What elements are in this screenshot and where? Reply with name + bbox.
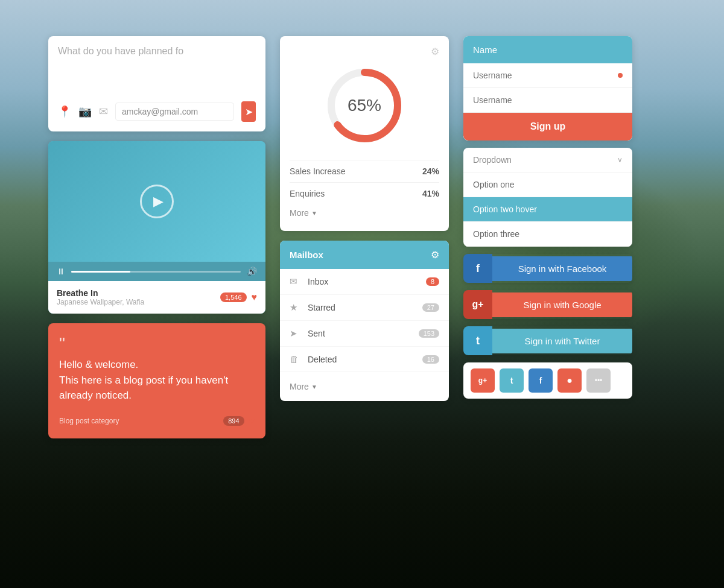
progress-fill	[71, 271, 130, 273]
play-icon: ▶	[153, 194, 164, 209]
donut-wrapper: 65%	[322, 63, 407, 148]
mailbox: Mailbox ⚙ ✉ Inbox 8 ★ Starred 27 ➤ Sent …	[280, 241, 449, 401]
twitter-icon: t	[463, 326, 492, 355]
deleted-label: Deleted	[308, 355, 416, 364]
inbox-icon: ✉	[290, 276, 302, 287]
blog-category: Blog post category	[59, 417, 119, 425]
video-controls: ⏸ 🔊	[48, 262, 265, 281]
progress-bar[interactable]	[71, 271, 241, 273]
name-button[interactable]: Name	[463, 36, 632, 63]
mail-item-sent[interactable]: ➤ Sent 153	[280, 321, 449, 347]
stat-value-2: 41%	[422, 189, 439, 198]
form-card: Name Sign up	[463, 36, 632, 141]
twitter-signin-button[interactable]: t Sign in with Twitter	[463, 326, 632, 355]
chart-card: ⚙ 65% Sales Increase 24% Enquiries 41%	[280, 36, 449, 231]
volume-icon[interactable]: 🔊	[247, 267, 257, 276]
send-button[interactable]: ➤	[241, 101, 256, 122]
google-signin-button[interactable]: g+ Sign in with Google	[463, 290, 632, 319]
small-twitter-icon: t	[510, 376, 513, 385]
small-social-buttons: g+ t f ● •••	[463, 362, 632, 399]
username-input-1[interactable]	[473, 71, 613, 80]
starred-badge: 27	[422, 303, 439, 312]
main-layout: What do you have planned fo 📍 📷 ✉ ➤ ▶ ⏸	[0, 0, 724, 588]
facebook-label: Sign in with Facebook	[492, 256, 632, 281]
play-button[interactable]: ▶	[140, 185, 174, 218]
mailbox-settings-icon[interactable]: ⚙	[431, 249, 439, 261]
inbox-badge: 8	[426, 277, 439, 286]
settings-icon[interactable]: ⚙	[431, 46, 439, 57]
twitter-label: Sign in with Twitter	[492, 329, 632, 353]
stats-row-2: Enquiries 41%	[290, 182, 439, 204]
dropdown-arrow-icon: ▼	[311, 210, 317, 217]
column-1: What do you have planned fo 📍 📷 ✉ ➤ ▶ ⏸	[48, 36, 265, 438]
quote-mark: "	[59, 335, 255, 352]
chevron-down-icon: ∨	[617, 156, 623, 164]
dropdown-card: Dropdown ∨ Option one Option two hover O…	[463, 148, 632, 247]
sent-icon: ➤	[290, 328, 302, 339]
starred-label: Starred	[308, 303, 416, 312]
stat-label-1: Sales Increase	[290, 166, 346, 176]
video-meta: 1,546 ♥	[220, 292, 257, 303]
mail-icon[interactable]: ✉	[99, 105, 108, 118]
donut-container: 65%	[290, 63, 439, 148]
signup-button[interactable]: Sign up	[463, 113, 632, 141]
column-2: ⚙ 65% Sales Increase 24% Enquiries 41%	[280, 36, 449, 401]
chart-percentage: 65%	[348, 96, 381, 115]
sent-badge: 153	[419, 329, 439, 338]
small-dribbble-icon: ●	[567, 375, 573, 386]
send-icon: ➤	[245, 106, 253, 118]
facebook-icon: f	[463, 254, 492, 283]
more-label: More	[290, 208, 309, 218]
small-facebook-button[interactable]: f	[529, 368, 553, 393]
deleted-icon: 🗑	[290, 354, 302, 364]
mailbox-more-button[interactable]: More ▼	[290, 378, 317, 395]
username-input-2[interactable]	[473, 95, 623, 105]
heart-icon[interactable]: ♥	[252, 292, 258, 303]
blog-heart-icon[interactable]: ♥	[249, 416, 255, 426]
dropdown-option-1[interactable]: Option one	[463, 172, 632, 197]
dropdown-option-3[interactable]: Option three	[463, 222, 632, 247]
mailbox-header: Mailbox ⚙	[280, 241, 449, 269]
camera-icon[interactable]: 📷	[78, 105, 92, 118]
blog-post: " Hello & welcome.This here is a blog po…	[48, 323, 265, 438]
song-title: Breathe In	[57, 288, 144, 298]
small-facebook-icon: f	[539, 376, 542, 385]
small-dribbble-button[interactable]: ●	[557, 368, 582, 393]
dropdown-header[interactable]: Dropdown ∨	[463, 148, 632, 172]
facebook-signin-button[interactable]: f Sign in with Facebook	[463, 254, 632, 283]
small-more-button[interactable]: •••	[586, 368, 611, 393]
google-label: Sign in with Google	[492, 292, 632, 317]
post-textarea[interactable]: What do you have planned fo	[58, 46, 256, 94]
column-3: Name Sign up Dropdown ∨ Option one Optio…	[463, 36, 632, 399]
google-icon: g+	[463, 290, 492, 319]
small-google-icon: g+	[478, 376, 487, 385]
post-box: What do you have planned fo 📍 📷 ✉ ➤	[48, 36, 265, 131]
error-dot-1	[618, 73, 623, 78]
pause-icon[interactable]: ⏸	[57, 267, 65, 276]
like-count: 1,546	[220, 292, 247, 302]
small-more-icon: •••	[595, 376, 603, 385]
blog-like-count: 894	[223, 416, 244, 426]
mail-item-starred[interactable]: ★ Starred 27	[280, 295, 449, 321]
username-field-2	[463, 88, 632, 113]
video-player: ▶ ⏸ 🔊 Breathe In Japanese Wallpaper, Waf…	[48, 141, 265, 314]
mailbox-more-label: More	[290, 382, 309, 391]
small-google-button[interactable]: g+	[471, 368, 495, 393]
blog-meta: 894 ♥	[223, 416, 255, 426]
mail-item-inbox[interactable]: ✉ Inbox 8	[280, 269, 449, 295]
video-info: Breathe In Japanese Wallpaper, Wafia 1,5…	[48, 281, 265, 314]
blog-text: Hello & welcome.This here is a blog post…	[59, 357, 255, 403]
stat-label-2: Enquiries	[290, 189, 325, 198]
dropdown-option-2-hover[interactable]: Option two hover	[463, 197, 632, 222]
mailbox-more-arrow: ▼	[311, 384, 317, 390]
inbox-label: Inbox	[308, 277, 420, 286]
small-twitter-button[interactable]: t	[500, 368, 524, 393]
mailbox-more-row: More ▼	[280, 372, 449, 401]
location-icon[interactable]: 📍	[58, 105, 71, 118]
song-details: Breathe In Japanese Wallpaper, Wafia	[57, 288, 144, 306]
chart-more-button[interactable]: More ▼	[290, 204, 317, 221]
email-input[interactable]	[115, 103, 234, 121]
mailbox-title: Mailbox	[290, 250, 323, 260]
video-screen: ▶	[48, 141, 265, 262]
mail-item-deleted[interactable]: 🗑 Deleted 16	[280, 347, 449, 372]
